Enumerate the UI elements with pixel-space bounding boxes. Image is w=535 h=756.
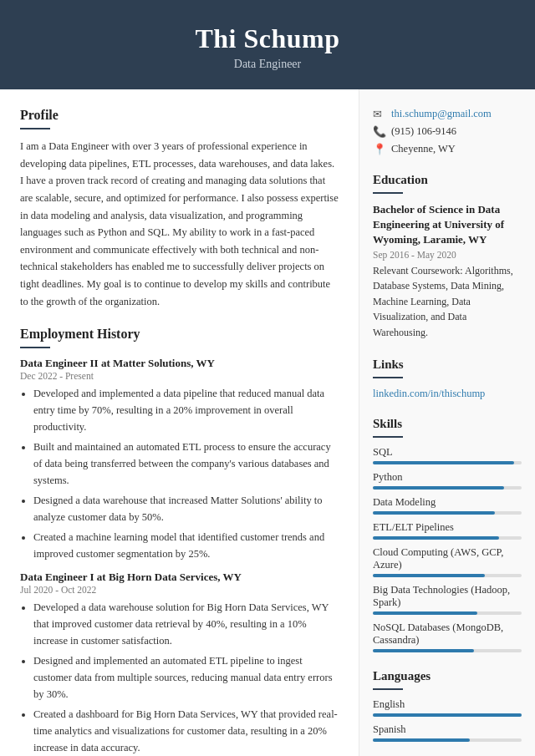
- education-divider: [373, 192, 403, 194]
- linkedin-link[interactable]: linkedin.com/in/thischump: [373, 388, 485, 399]
- skill-bar-fill-5: [373, 611, 477, 615]
- skill-bar-bg-3: [373, 536, 522, 540]
- skill-bar-fill-1: [373, 486, 504, 490]
- contact-phone: 📞 (915) 106-9146: [373, 125, 522, 139]
- contact-section: ✉ thi.schump@gmail.com 📞 (915) 106-9146 …: [373, 108, 522, 156]
- skill-bar-fill-2: [373, 511, 495, 515]
- skill-bar-bg-6: [373, 649, 522, 652]
- skill-bar-bg-1: [373, 486, 522, 490]
- links-heading: Links: [373, 358, 522, 372]
- job-bullets-0: Developed and implemented a data pipelin…: [20, 385, 340, 562]
- phone-text: (915) 106-9146: [391, 125, 456, 138]
- languages-heading: Languages: [373, 669, 522, 683]
- job-bullets-1: Developed a data warehouse solution for …: [20, 599, 340, 756]
- job-bullet-1-2: Created a dashboard for Big Horn Data Se…: [33, 706, 340, 756]
- job-date-1: Jul 2020 - Oct 2022: [20, 585, 340, 595]
- skill-bar-bg-0: [373, 461, 522, 464]
- job-bullet-1-0: Developed a data warehouse solution for …: [33, 599, 340, 649]
- skill-name-6: NoSQL Databases (MongoDB, Cassandra): [373, 622, 522, 647]
- skill-bar-fill-0: [373, 461, 514, 464]
- skill-item-4: Cloud Computing (AWS, GCP, Azure): [373, 546, 522, 577]
- candidate-name: Thi Schump: [17, 23, 518, 54]
- skill-name-0: SQL: [373, 446, 522, 459]
- education-heading: Education: [373, 173, 522, 187]
- employment-section: Employment History Data Engineer II at M…: [20, 327, 340, 756]
- job-date-0: Dec 2022 - Present: [20, 371, 340, 381]
- skills-section: Skills SQL Python Data Modeling: [373, 417, 522, 652]
- candidate-title: Data Engineer: [17, 58, 518, 71]
- job-bullet-0-1: Built and maintained an automated ETL pr…: [33, 439, 340, 489]
- phone-icon: 📞: [373, 125, 386, 139]
- job-title-0: Data Engineer II at Matter Solutions, WY: [20, 357, 340, 370]
- skill-name-3: ETL/ELT Pipelines: [373, 521, 522, 534]
- job-item-1: Data Engineer I at Big Horn Data Service…: [20, 571, 340, 756]
- education-section: Education Bachelor of Science in Data En…: [373, 173, 522, 341]
- body: Profile I am a Data Engineer with over 3…: [0, 89, 535, 756]
- skill-name-2: Data Modeling: [373, 496, 522, 509]
- job-item-0: Data Engineer II at Matter Solutions, WY…: [20, 357, 340, 562]
- skill-bar-fill-6: [373, 649, 474, 652]
- employment-heading: Employment History: [20, 327, 340, 342]
- skill-item-2: Data Modeling: [373, 496, 522, 515]
- employment-divider: [20, 347, 50, 348]
- job-bullet-0-2: Designed a data warehouse that increased…: [33, 492, 340, 525]
- languages-divider: [373, 688, 403, 690]
- lang-bar-fill-0: [373, 713, 522, 717]
- edu-degree: Bachelor of Science in Data Engineering …: [373, 202, 522, 248]
- lang-name-0: English: [373, 698, 522, 711]
- languages-section: Languages English Spanish: [373, 669, 522, 742]
- skill-bar-bg-2: [373, 511, 522, 515]
- skill-name-4: Cloud Computing (AWS, GCP, Azure): [373, 546, 522, 571]
- job-title-1: Data Engineer I at Big Horn Data Service…: [20, 571, 340, 584]
- lang-bar-bg-1: [373, 738, 522, 742]
- lang-item-1: Spanish: [373, 723, 522, 742]
- job-bullet-0-0: Developed and implemented a data pipelin…: [33, 385, 340, 435]
- location-text: Cheyenne, WY: [391, 143, 456, 155]
- contact-location: 📍 Cheyenne, WY: [373, 143, 522, 156]
- lang-name-1: Spanish: [373, 723, 522, 736]
- skill-item-6: NoSQL Databases (MongoDB, Cassandra): [373, 622, 522, 652]
- profile-heading: Profile: [20, 108, 340, 123]
- skill-name-1: Python: [373, 471, 522, 484]
- skill-item-1: Python: [373, 471, 522, 490]
- skill-bar-fill-4: [373, 574, 485, 577]
- lang-item-0: English: [373, 698, 522, 717]
- location-icon: 📍: [373, 143, 386, 156]
- lang-bar-bg-0: [373, 713, 522, 717]
- email-link[interactable]: thi.schump@gmail.com: [391, 108, 492, 120]
- skill-item-5: Big Data Technologies (Hadoop, Spark): [373, 584, 522, 615]
- profile-divider: [20, 128, 50, 129]
- profile-text: I am a Data Engineer with over 3 years o…: [20, 138, 340, 310]
- lang-bar-fill-1: [373, 738, 470, 742]
- job-bullet-1-1: Designed and implemented an automated ET…: [33, 652, 340, 703]
- links-divider: [373, 377, 403, 378]
- edu-coursework: Relevant Coursework: Algorithms, Databas…: [373, 263, 522, 341]
- skill-item-3: ETL/ELT Pipelines: [373, 521, 522, 540]
- left-column: Profile I am a Data Engineer with over 3…: [0, 89, 359, 756]
- edu-date: Sep 2016 - May 2020: [373, 250, 522, 260]
- contact-email: ✉ thi.schump@gmail.com: [373, 108, 522, 121]
- skill-bar-bg-4: [373, 574, 522, 577]
- links-section: Links linkedin.com/in/thischump: [373, 358, 522, 400]
- email-icon: ✉: [373, 108, 386, 121]
- page: Thi Schump Data Engineer Profile I am a …: [0, 0, 535, 756]
- skill-name-5: Big Data Technologies (Hadoop, Spark): [373, 584, 522, 609]
- job-bullet-0-3: Created a machine learning model that id…: [33, 529, 340, 562]
- skills-heading: Skills: [373, 417, 522, 431]
- right-column: ✉ thi.schump@gmail.com 📞 (915) 106-9146 …: [359, 89, 535, 756]
- profile-section: Profile I am a Data Engineer with over 3…: [20, 108, 340, 310]
- skill-bar-fill-3: [373, 536, 499, 540]
- skills-divider: [373, 436, 403, 438]
- header: Thi Schump Data Engineer: [0, 0, 535, 89]
- skill-bar-bg-5: [373, 611, 522, 615]
- skill-item-0: SQL: [373, 446, 522, 464]
